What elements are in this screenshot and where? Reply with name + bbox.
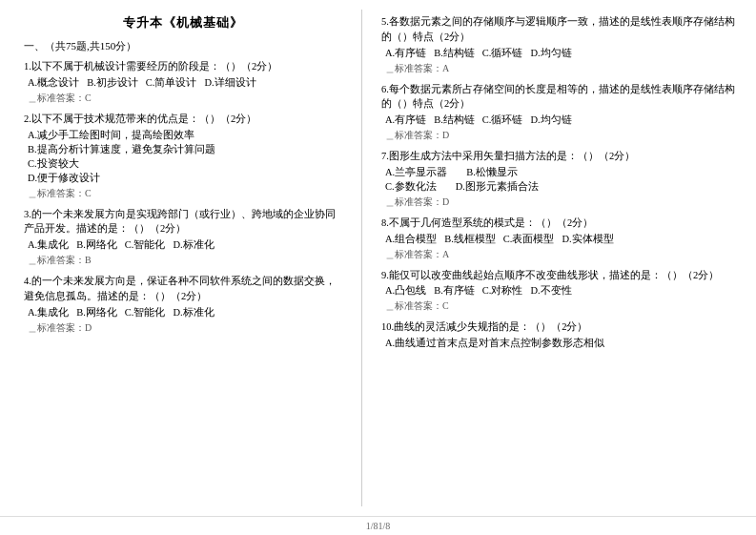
question-3-options: A.集成化 B.网络化 C.智能化 D.标准化 bbox=[24, 238, 342, 252]
q7-answer: ＿标准答案：D bbox=[381, 195, 737, 209]
q9-option-a: A.凸包线 bbox=[385, 284, 426, 298]
q8-option-a: A.组合模型 bbox=[385, 233, 437, 246]
question-4-text: 4.的一个未来发展方向是，保证各种不同软件系统之间的数据交换，避免信息孤岛。描述… bbox=[24, 274, 342, 304]
question-7-options: A.兰亭显示器 B.松懒显示 C.参数化法 D.图形元素插合法 bbox=[381, 166, 737, 194]
question-10: 10.曲线的灵活减少失规指的是：（）（2分） A.曲线通过首末点是对首末点控制参… bbox=[381, 319, 737, 350]
q7-option-d: D.图形元素插合法 bbox=[456, 180, 539, 194]
question-8-text: 8.不属于几何造型系统的模式是：（）（2分） bbox=[381, 216, 737, 231]
question-8-options: A.组合模型 B.线框模型 C.表面模型 D.实体模型 bbox=[381, 233, 737, 246]
q5-option-d: D.均匀链 bbox=[531, 47, 572, 60]
q4-option-c: C.智能化 bbox=[125, 306, 166, 319]
question-4-options: A.集成化 B.网络化 C.智能化 D.标准化 bbox=[24, 306, 342, 319]
q9-answer: ＿标准答案：C bbox=[381, 299, 737, 313]
q3-option-c: C.智能化 bbox=[125, 238, 166, 252]
page-title: 专升本《机械基础》 bbox=[24, 14, 342, 31]
question-2-options: A.减少手工绘图时间，提高绘图效率 B.提高分析计算速度，避免复杂计算问题 C.… bbox=[24, 129, 342, 185]
left-column: 专升本《机械基础》 一、（共75题,共150分） 1.以下不属于机械设计需要经历… bbox=[0, 10, 362, 506]
question-6-options: A.有序链 B.结构链 C.循环链 D.均匀链 bbox=[381, 113, 737, 127]
question-5: 5.各数据元素之间的存储顺序与逻辑顺序一致，描述的是线性表顺序存储结构的（）特点… bbox=[381, 14, 737, 75]
question-4: 4.的一个未来发展方向是，保证各种不同软件系统之间的数据交换，避免信息孤岛。描述… bbox=[24, 274, 342, 335]
q10-option-a: A.曲线通过首末点是对首末点控制参数形态相似 bbox=[385, 337, 604, 350]
page-footer: 1/81/8 bbox=[0, 516, 756, 535]
q8-option-c: C.表面模型 bbox=[503, 233, 555, 246]
right-column: 5.各数据元素之间的存储顺序与逻辑顺序一致，描述的是线性表顺序存储结构的（）特点… bbox=[362, 10, 756, 506]
q3-option-a: A.集成化 bbox=[28, 238, 69, 252]
question-2-text: 2.以下不属于技术规范带来的优点是：（）（2分） bbox=[24, 112, 342, 127]
question-5-text: 5.各数据元素之间的存储顺序与逻辑顺序一致，描述的是线性表顺序存储结构的（）特点… bbox=[381, 14, 737, 45]
page-info: 1/81/8 bbox=[366, 521, 391, 531]
q3-option-d: D.标准化 bbox=[174, 238, 215, 252]
q8-option-d: D.实体模型 bbox=[562, 233, 614, 246]
question-2: 2.以下不属于技术规范带来的优点是：（）（2分） A.减少手工绘图时间，提高绘图… bbox=[24, 112, 342, 200]
q2-answer: ＿标准答案：C bbox=[24, 187, 342, 200]
question-6-text: 6.每个数据元素所占存储空间的长度是相等的，描述的是线性表顺序存储结构的（）特点… bbox=[381, 82, 737, 113]
q7-option-c: C.参数化法 bbox=[385, 180, 437, 194]
q4-option-d: D.标准化 bbox=[174, 306, 215, 319]
question-3: 3.的一个未来发展方向是实现跨部门（或行业）、跨地域的企业协同产品开发。描述的是… bbox=[24, 207, 342, 268]
q4-option-a: A.集成化 bbox=[28, 306, 69, 319]
q3-option-b: B.网络化 bbox=[76, 238, 117, 252]
q6-answer: ＿标准答案：D bbox=[381, 129, 737, 142]
q1-option-b: B.初步设计 bbox=[87, 76, 138, 90]
q2-option-d: D.便于修改设计 bbox=[28, 172, 342, 185]
q1-option-a: A.概念设计 bbox=[28, 76, 79, 90]
question-6: 6.每个数据元素所占存储空间的长度是相等的，描述的是线性表顺序存储结构的（）特点… bbox=[381, 82, 737, 143]
question-10-text: 10.曲线的灵活减少失规指的是：（）（2分） bbox=[381, 319, 737, 335]
q8-option-b: B.线框模型 bbox=[444, 233, 496, 246]
question-3-text: 3.的一个未来发展方向是实现跨部门（或行业）、跨地域的企业协同产品开发。描述的是… bbox=[24, 207, 342, 237]
q5-answer: ＿标准答案：A bbox=[381, 62, 737, 75]
question-1: 1.以下不属于机械设计需要经历的阶段是：（）（2分） A.概念设计 B.初步设计… bbox=[24, 59, 342, 105]
q8-answer: ＿标准答案：A bbox=[381, 248, 737, 261]
q1-option-c: C.简单设计 bbox=[146, 76, 197, 90]
q7-option-a: A.兰亭显示器 bbox=[385, 166, 447, 179]
question-10-options: A.曲线通过首末点是对首末点控制参数形态相似 bbox=[381, 337, 737, 350]
question-7: 7.图形生成方法中采用矢量扫描方法的是：（）（2分） A.兰亭显示器 B.松懒显… bbox=[381, 149, 737, 209]
q9-option-c: C.对称性 bbox=[482, 284, 523, 298]
q6-option-c: C.循环链 bbox=[482, 113, 523, 127]
question-9-options: A.凸包线 B.有序链 C.对称性 D.不变性 bbox=[381, 284, 737, 298]
q3-answer: ＿标准答案：B bbox=[24, 254, 342, 267]
q5-option-c: C.循环链 bbox=[482, 47, 523, 60]
q5-option-a: A.有序链 bbox=[385, 47, 426, 60]
q4-answer: ＿标准答案：D bbox=[24, 321, 342, 335]
content-area: 专升本《机械基础》 一、（共75题,共150分） 1.以下不属于机械设计需要经历… bbox=[0, 0, 756, 516]
q5-option-b: B.结构链 bbox=[434, 47, 475, 60]
q2-option-b: B.提高分析计算速度，避免复杂计算问题 bbox=[28, 143, 342, 156]
exam-page: 专升本《机械基础》 一、（共75题,共150分） 1.以下不属于机械设计需要经历… bbox=[0, 0, 756, 535]
q9-option-d: D.不变性 bbox=[531, 284, 572, 298]
q4-option-b: B.网络化 bbox=[76, 306, 117, 319]
question-5-options: A.有序链 B.结构链 C.循环链 D.均匀链 bbox=[381, 47, 737, 60]
section-header: 一、（共75题,共150分） bbox=[24, 39, 342, 53]
q6-option-b: B.结构链 bbox=[434, 113, 475, 127]
question-9-text: 9.能仅可以改变曲线起始点顺序不改变曲线形状，描述的是：（）（2分） bbox=[381, 268, 737, 283]
q2-option-c: C.投资较大 bbox=[28, 157, 342, 171]
q9-option-b: B.有序链 bbox=[434, 284, 475, 298]
q6-option-d: D.均匀链 bbox=[531, 113, 572, 127]
q2-option-a: A.减少手工绘图时间，提高绘图效率 bbox=[28, 129, 342, 142]
q1-option-d: D.详细设计 bbox=[205, 76, 256, 90]
question-8: 8.不属于几何造型系统的模式是：（）（2分） A.组合模型 B.线框模型 C.表… bbox=[381, 216, 737, 261]
q1-answer: ＿标准答案：C bbox=[24, 92, 342, 105]
question-9: 9.能仅可以改变曲线起始点顺序不改变曲线形状，描述的是：（）（2分） A.凸包线… bbox=[381, 268, 737, 314]
question-1-options: A.概念设计 B.初步设计 C.简单设计 D.详细设计 bbox=[24, 76, 342, 90]
q7-option-b: B.松懒显示 bbox=[466, 166, 518, 179]
question-1-text: 1.以下不属于机械设计需要经历的阶段是：（）（2分） bbox=[24, 59, 342, 74]
question-7-text: 7.图形生成方法中采用矢量扫描方法的是：（）（2分） bbox=[381, 149, 737, 164]
q6-option-a: A.有序链 bbox=[385, 113, 426, 127]
